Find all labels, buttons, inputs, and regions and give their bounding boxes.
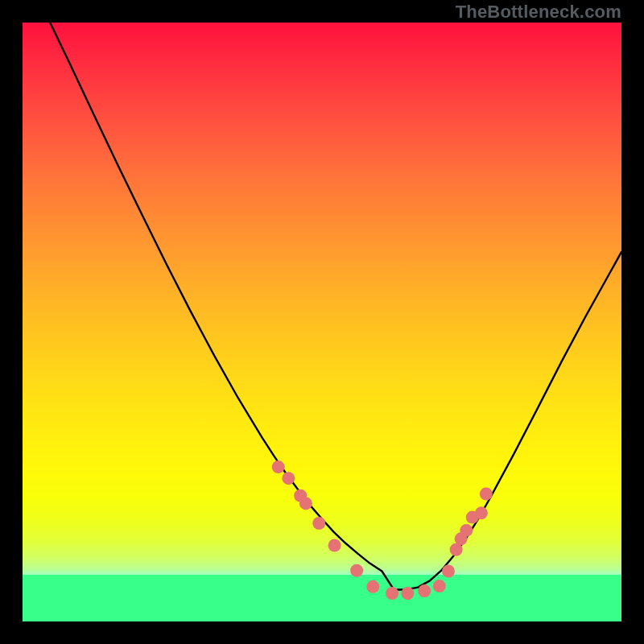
chart-marker <box>442 565 455 578</box>
chart-marker <box>386 587 398 600</box>
chart-marker <box>366 580 379 593</box>
chart-overlay <box>23 23 621 621</box>
chart-marker <box>328 539 341 552</box>
chart-markers <box>272 460 493 600</box>
chart-curve <box>50 23 621 590</box>
chart-marker <box>272 460 285 473</box>
chart-area <box>23 23 621 621</box>
chart-marker <box>312 517 325 530</box>
chart-marker <box>350 564 363 577</box>
attribution-text: TheBottleneck.com <box>456 2 621 23</box>
chart-marker <box>401 587 414 600</box>
chart-marker <box>433 580 446 592</box>
chart-marker <box>282 472 295 485</box>
chart-marker <box>460 524 473 537</box>
chart-marker <box>299 497 312 510</box>
chart-marker <box>418 584 431 597</box>
chart-marker <box>475 506 488 519</box>
chart-marker <box>480 488 493 501</box>
